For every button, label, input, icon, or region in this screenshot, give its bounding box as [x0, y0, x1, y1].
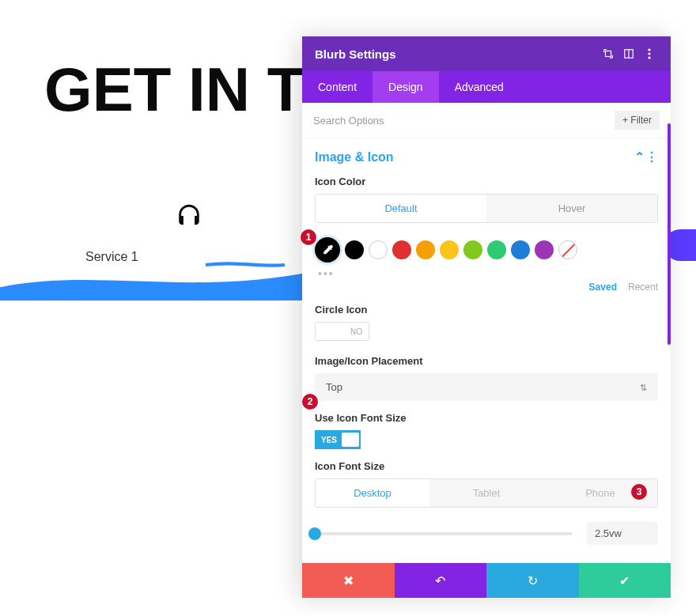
panel-title: Blurb Settings [315, 47, 596, 61]
svg-rect-0 [606, 51, 611, 57]
slider-handle[interactable] [308, 527, 321, 540]
circle-icon-label: Circle Icon [315, 304, 658, 316]
undo-icon: ↶ [435, 573, 445, 588]
use-icon-font-size-toggle[interactable]: YES [315, 430, 361, 449]
tab-advanced[interactable]: Advanced [439, 71, 520, 103]
settings-panel: Blurb Settings Content Design Advanced S… [302, 36, 671, 598]
panel-body: Image & Icon ⌃ ⋮ Icon Color Default Hove… [302, 138, 671, 598]
search-input[interactable]: Search Options [313, 115, 615, 127]
icon-font-size-slider-row: 2.5vw [315, 522, 658, 545]
close-icon: ✖ [343, 573, 354, 588]
responsive-segment: Desktop Tablet Phone [315, 478, 658, 508]
redo-button[interactable]: ↻ [486, 563, 579, 598]
toggle-no-label: NO [344, 327, 369, 336]
tab-content[interactable]: Content [302, 71, 373, 103]
annotation-marker-2: 2 [302, 394, 318, 410]
swatch-red[interactable] [392, 240, 411, 259]
redo-icon: ↻ [528, 573, 538, 588]
footer-actions: ✖ ↶ ↻ ✔ [302, 563, 671, 598]
swatch-tab-saved[interactable]: Saved [589, 282, 617, 293]
swatch-yellow[interactable] [440, 240, 459, 259]
panel-header: Blurb Settings [302, 36, 671, 71]
check-icon: ✔ [619, 573, 630, 588]
circle-icon-toggle[interactable]: NO [315, 322, 369, 341]
panel-tabs: Content Design Advanced [302, 71, 671, 103]
swatch-tab-recent[interactable]: Recent [628, 282, 658, 293]
mode-tablet[interactable]: Tablet [429, 479, 543, 507]
placement-label: Image/Icon Placement [315, 355, 658, 367]
swatch-lime[interactable] [463, 240, 482, 259]
annotation-marker-1: 1 [301, 229, 316, 245]
mode-desktop[interactable]: Desktop [316, 479, 429, 507]
svg-point-4 [648, 52, 650, 55]
save-button[interactable]: ✔ [579, 563, 671, 598]
section-image-icon-head[interactable]: Image & Icon ⌃ ⋮ [315, 149, 658, 164]
swatch-purple[interactable] [535, 240, 554, 259]
placement-select[interactable]: Top ⇅ [315, 373, 658, 401]
tab-design[interactable]: Design [373, 71, 439, 103]
expand-icon[interactable] [600, 45, 617, 62]
toggle-yes-label: YES [321, 436, 337, 444]
mode-default[interactable]: Default [316, 195, 486, 222]
swatch-green[interactable] [487, 240, 506, 259]
snap-icon[interactable] [620, 45, 637, 62]
color-picker-swatch[interactable] [315, 237, 340, 263]
swatch-black[interactable] [345, 240, 364, 259]
chevron-up-icon[interactable]: ⌃ [633, 149, 645, 164]
svg-point-5 [648, 56, 650, 59]
undo-button[interactable]: ↶ [395, 563, 487, 598]
icon-color-label: Icon Color [315, 176, 658, 187]
annotation-marker-3: 3 [631, 484, 647, 500]
eyedropper-icon [321, 244, 334, 256]
updown-icon: ⇅ [640, 382, 647, 392]
decorative-wave [0, 261, 316, 300]
kebab-icon[interactable] [641, 45, 658, 62]
kebab-icon[interactable]: ⋮ [645, 149, 658, 164]
icon-color-mode-segment: Default Hover [315, 194, 658, 223]
filter-label: Filter [630, 115, 652, 126]
swatch-blue[interactable] [511, 240, 530, 259]
color-swatch-row [315, 237, 658, 263]
placement-value: Top [326, 381, 342, 393]
toggle-knob [342, 433, 359, 447]
blurb-preview [176, 202, 202, 229]
plus-icon: + [622, 115, 628, 126]
svg-point-3 [648, 48, 650, 51]
mode-hover[interactable]: Hover [486, 195, 657, 222]
service-label: Service 1 [85, 250, 138, 264]
scrollbar[interactable] [668, 123, 671, 345]
swatch-white[interactable] [369, 240, 388, 259]
swatch-tabs: Saved Recent [315, 282, 658, 293]
swatch-orange[interactable] [416, 240, 435, 259]
use-icon-font-size-label: Use Icon Font Size [315, 412, 658, 424]
more-swatches-icon[interactable]: ••• [318, 267, 658, 280]
filter-button[interactable]: + Filter [615, 111, 660, 130]
toggle-knob [316, 322, 344, 341]
icon-font-size-slider[interactable] [315, 532, 573, 535]
section-title: Image & Icon [315, 150, 633, 164]
search-row: Search Options + Filter [302, 103, 671, 138]
headphones-icon [176, 202, 202, 229]
icon-font-size-label: Icon Font Size [315, 460, 658, 472]
cancel-button[interactable]: ✖ [302, 563, 395, 598]
swatch-none[interactable] [558, 240, 577, 259]
icon-font-size-input[interactable]: 2.5vw [587, 522, 658, 545]
